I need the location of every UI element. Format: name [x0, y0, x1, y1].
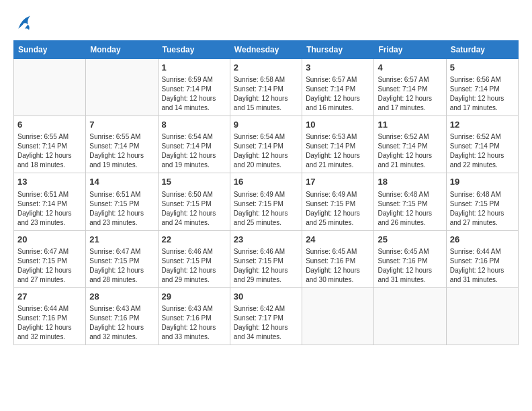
day-number: 9 [234, 119, 298, 131]
calendar-cell: 22Sunrise: 6:46 AMSunset: 7:15 PMDayligh… [158, 230, 230, 287]
logo [13, 13, 32, 32]
calendar-cell: 5Sunrise: 6:56 AMSunset: 7:14 PMDaylight… [446, 59, 518, 116]
day-number: 2 [234, 62, 298, 74]
day-info: Sunrise: 6:51 AMSunset: 7:15 PMDaylight:… [89, 190, 154, 228]
day-info: Sunrise: 6:49 AMSunset: 7:15 PMDaylight:… [234, 190, 298, 228]
calendar-cell [302, 287, 374, 345]
day-info: Sunrise: 6:52 AMSunset: 7:14 PMDaylight:… [450, 132, 515, 170]
day-number: 19 [450, 176, 515, 188]
calendar-cell: 21Sunrise: 6:47 AMSunset: 7:15 PMDayligh… [86, 230, 158, 287]
weekday-header-monday: Monday [86, 41, 158, 59]
calendar-cell [374, 287, 446, 345]
day-info: Sunrise: 6:47 AMSunset: 7:15 PMDaylight:… [89, 247, 154, 285]
calendar-cell: 25Sunrise: 6:45 AMSunset: 7:16 PMDayligh… [374, 230, 446, 287]
day-number: 13 [17, 176, 82, 188]
day-info: Sunrise: 6:57 AMSunset: 7:14 PMDaylight:… [378, 75, 442, 113]
day-info: Sunrise: 6:48 AMSunset: 7:15 PMDaylight:… [378, 190, 442, 228]
day-info: Sunrise: 6:44 AMSunset: 7:16 PMDaylight:… [450, 247, 515, 285]
calendar-cell: 29Sunrise: 6:43 AMSunset: 7:16 PMDayligh… [158, 287, 230, 345]
calendar-cell: 14Sunrise: 6:51 AMSunset: 7:15 PMDayligh… [86, 173, 158, 230]
day-info: Sunrise: 6:50 AMSunset: 7:15 PMDaylight:… [162, 190, 226, 228]
day-info: Sunrise: 6:56 AMSunset: 7:14 PMDaylight:… [450, 75, 515, 113]
day-number: 24 [306, 234, 370, 246]
calendar-cell: 17Sunrise: 6:49 AMSunset: 7:15 PMDayligh… [302, 173, 374, 230]
day-info: Sunrise: 6:46 AMSunset: 7:15 PMDaylight:… [234, 247, 298, 285]
calendar-cell: 23Sunrise: 6:46 AMSunset: 7:15 PMDayligh… [230, 230, 302, 287]
day-number: 17 [306, 176, 370, 188]
calendar-cell [86, 59, 158, 116]
weekday-header-tuesday: Tuesday [158, 41, 230, 59]
calendar-cell: 15Sunrise: 6:50 AMSunset: 7:15 PMDayligh… [158, 173, 230, 230]
day-info: Sunrise: 6:48 AMSunset: 7:15 PMDaylight:… [450, 190, 515, 228]
day-info: Sunrise: 6:58 AMSunset: 7:14 PMDaylight:… [234, 75, 298, 113]
day-number: 20 [17, 234, 82, 246]
day-info: Sunrise: 6:45 AMSunset: 7:16 PMDaylight:… [378, 247, 442, 285]
day-number: 28 [89, 291, 154, 303]
calendar-week-row: 6Sunrise: 6:55 AMSunset: 7:14 PMDaylight… [14, 116, 519, 173]
day-number: 15 [162, 176, 226, 188]
calendar-cell: 20Sunrise: 6:47 AMSunset: 7:15 PMDayligh… [14, 230, 86, 287]
day-number: 25 [378, 234, 442, 246]
day-number: 30 [234, 291, 298, 303]
day-info: Sunrise: 6:43 AMSunset: 7:16 PMDaylight:… [162, 304, 226, 342]
calendar-cell: 12Sunrise: 6:52 AMSunset: 7:14 PMDayligh… [446, 116, 518, 173]
day-number: 16 [234, 176, 298, 188]
day-info: Sunrise: 6:54 AMSunset: 7:14 PMDaylight:… [162, 132, 226, 170]
calendar-cell: 2Sunrise: 6:58 AMSunset: 7:14 PMDaylight… [230, 59, 302, 116]
calendar-table: SundayMondayTuesdayWednesdayThursdayFrid… [13, 40, 519, 345]
calendar-cell: 11Sunrise: 6:52 AMSunset: 7:14 PMDayligh… [374, 116, 446, 173]
calendar-week-row: 20Sunrise: 6:47 AMSunset: 7:15 PMDayligh… [14, 230, 519, 287]
day-info: Sunrise: 6:53 AMSunset: 7:14 PMDaylight:… [306, 132, 370, 170]
page-header [13, 13, 519, 32]
day-number: 29 [162, 291, 226, 303]
weekday-header-friday: Friday [374, 41, 446, 59]
calendar-cell: 13Sunrise: 6:51 AMSunset: 7:14 PMDayligh… [14, 173, 86, 230]
calendar-week-row: 1Sunrise: 6:59 AMSunset: 7:14 PMDaylight… [14, 59, 519, 116]
day-number: 7 [89, 119, 154, 131]
calendar-cell: 10Sunrise: 6:53 AMSunset: 7:14 PMDayligh… [302, 116, 374, 173]
calendar-cell: 28Sunrise: 6:43 AMSunset: 7:16 PMDayligh… [86, 287, 158, 345]
weekday-header-wednesday: Wednesday [230, 41, 302, 59]
day-number: 26 [450, 234, 515, 246]
day-number: 5 [450, 62, 515, 74]
day-number: 6 [17, 119, 82, 131]
day-number: 1 [162, 62, 226, 74]
calendar-week-row: 13Sunrise: 6:51 AMSunset: 7:14 PMDayligh… [14, 173, 519, 230]
day-info: Sunrise: 6:46 AMSunset: 7:15 PMDaylight:… [162, 247, 226, 285]
calendar-cell: 4Sunrise: 6:57 AMSunset: 7:14 PMDaylight… [374, 59, 446, 116]
weekday-header-sunday: Sunday [14, 41, 86, 59]
calendar-cell: 26Sunrise: 6:44 AMSunset: 7:16 PMDayligh… [446, 230, 518, 287]
logo-bird-icon [16, 13, 32, 32]
calendar-cell: 16Sunrise: 6:49 AMSunset: 7:15 PMDayligh… [230, 173, 302, 230]
calendar-cell [446, 287, 518, 345]
day-info: Sunrise: 6:47 AMSunset: 7:15 PMDaylight:… [17, 247, 82, 285]
day-info: Sunrise: 6:49 AMSunset: 7:15 PMDaylight:… [306, 190, 370, 228]
day-info: Sunrise: 6:59 AMSunset: 7:14 PMDaylight:… [162, 75, 226, 113]
calendar-cell [14, 59, 86, 116]
calendar-cell: 30Sunrise: 6:42 AMSunset: 7:17 PMDayligh… [230, 287, 302, 345]
weekday-header-thursday: Thursday [302, 41, 374, 59]
day-number: 12 [450, 119, 515, 131]
calendar-cell: 9Sunrise: 6:54 AMSunset: 7:14 PMDaylight… [230, 116, 302, 173]
day-number: 14 [89, 176, 154, 188]
day-info: Sunrise: 6:57 AMSunset: 7:14 PMDaylight:… [306, 75, 370, 113]
day-number: 8 [162, 119, 226, 131]
day-info: Sunrise: 6:52 AMSunset: 7:14 PMDaylight:… [378, 132, 442, 170]
day-number: 11 [378, 119, 442, 131]
day-info: Sunrise: 6:55 AMSunset: 7:14 PMDaylight:… [17, 132, 82, 170]
day-number: 10 [306, 119, 370, 131]
day-info: Sunrise: 6:51 AMSunset: 7:14 PMDaylight:… [17, 190, 82, 228]
calendar-cell: 7Sunrise: 6:55 AMSunset: 7:14 PMDaylight… [86, 116, 158, 173]
calendar-cell: 19Sunrise: 6:48 AMSunset: 7:15 PMDayligh… [446, 173, 518, 230]
day-number: 18 [378, 176, 442, 188]
day-info: Sunrise: 6:43 AMSunset: 7:16 PMDaylight:… [89, 304, 154, 342]
day-info: Sunrise: 6:54 AMSunset: 7:14 PMDaylight:… [234, 132, 298, 170]
calendar-header-row: SundayMondayTuesdayWednesdayThursdayFrid… [14, 41, 519, 59]
day-number: 27 [17, 291, 82, 303]
calendar-cell: 3Sunrise: 6:57 AMSunset: 7:14 PMDaylight… [302, 59, 374, 116]
calendar-cell: 27Sunrise: 6:44 AMSunset: 7:16 PMDayligh… [14, 287, 86, 345]
calendar-cell: 6Sunrise: 6:55 AMSunset: 7:14 PMDaylight… [14, 116, 86, 173]
day-info: Sunrise: 6:55 AMSunset: 7:14 PMDaylight:… [89, 132, 154, 170]
calendar-cell: 1Sunrise: 6:59 AMSunset: 7:14 PMDaylight… [158, 59, 230, 116]
day-number: 23 [234, 234, 298, 246]
